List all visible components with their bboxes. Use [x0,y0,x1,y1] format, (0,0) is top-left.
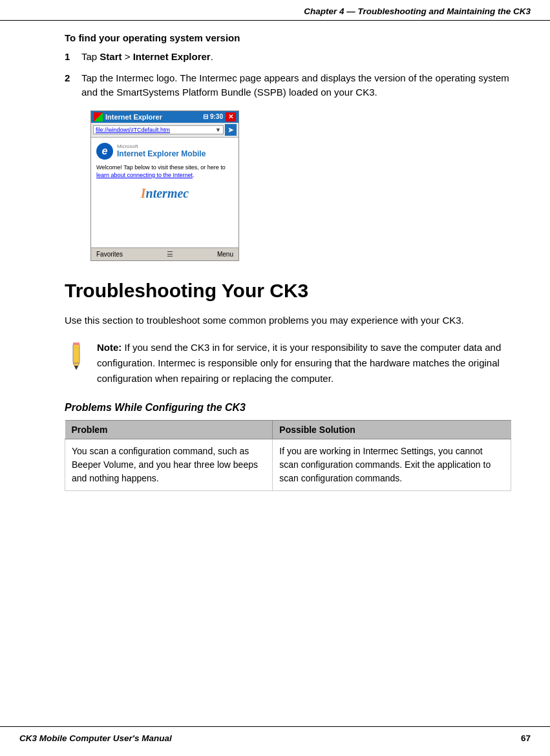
close-button[interactable]: ✕ [226,112,236,121]
chapter-header: Chapter 4 — Troubleshooting and Maintain… [0,0,550,21]
column-solution: Possible Solution [273,420,511,439]
device-screenshot: Internet Explorer ⊟ 9:30 ✕ file://window… [90,110,239,261]
pencil-icon [67,341,85,370]
solution-cell: If you are working in Intermec Settings,… [273,439,511,490]
footer-manual-title: CK3 Mobile Computer User's Manual [19,733,172,743]
table-header-row: Problem Possible Solution [65,420,511,439]
url-text: file://windows\ITCdefault.htm [96,127,170,133]
windows-flag-icon [94,112,103,121]
welcome-text: Welcome! Tap below to visit these sites,… [96,163,233,180]
ie-title: Microsoft Internet Explorer Mobile [117,143,206,158]
favorites-button[interactable]: Favorites [96,251,123,258]
url-input[interactable]: file://windows\ITCdefault.htm ▼ [93,125,224,134]
problem-cell: You scan a configuration command, such a… [65,439,273,490]
titlebar-right: ⊟ 9:30 ✕ [203,112,236,121]
step-1: 1 Tap Start > Internet Explorer. [65,50,511,65]
address-bar: file://windows\ITCdefault.htm ▼ ➤ [91,123,238,138]
steps-list: 1 Tap Start > Internet Explorer. 2 Tap t… [65,50,511,100]
intro-paragraph: Use this section to troubleshoot some co… [65,313,511,328]
menu-button[interactable]: Menu [217,251,233,258]
svg-rect-3 [73,342,79,345]
menu-icon: ☰ [167,250,173,258]
dropdown-arrow[interactable]: ▼ [215,127,221,133]
note-box: Note: If you send the CK3 in for service… [65,340,511,386]
problems-table: Problem Possible Solution You scan a con… [65,420,511,491]
subsection-heading: To find your operating system version [65,32,511,43]
go-button[interactable]: ➤ [225,124,237,136]
status-icons: ⊟ 9:30 [203,113,223,120]
problems-subsection-title: Problems While Configuring the CK3 [65,402,511,414]
screenshot-body: e Microsoft Internet Explorer Mobile Wel… [91,138,238,247]
main-content: To find your operating system version 1 … [0,32,550,491]
ie-logo-icon: e [96,143,113,160]
svg-marker-2 [74,366,78,370]
ie-logo-area: e Microsoft Internet Explorer Mobile [96,143,233,160]
screenshot-footer: Favorites ☰ Menu [91,247,238,260]
step-2: 2 Tap the Intermec logo. The Intermec pa… [65,71,511,100]
learn-link[interactable]: learn about connecting to the Internet [96,172,193,178]
note-content: Note: If you send the CK3 in for service… [97,340,511,386]
table-row: You scan a configuration command, such a… [65,439,511,490]
column-problem: Problem [65,420,273,439]
page-footer: CK3 Mobile Computer User's Manual 67 [0,726,550,750]
chapter-title: Chapter 4 — Troubleshooting and Maintain… [304,6,531,16]
svg-rect-0 [73,344,79,363]
note-label: Note: [97,342,122,353]
titlebar-app-name: Internet Explorer [105,113,162,121]
screenshot-titlebar: Internet Explorer ⊟ 9:30 ✕ [91,111,238,123]
note-icon [65,340,88,372]
page-number: 67 [521,733,531,743]
titlebar-left: Internet Explorer [94,112,162,121]
note-body: If you send the CK3 in for service, it i… [97,342,501,384]
intermec-logo: Intermec [96,186,233,201]
main-section-title: Troubleshooting Your CK3 [65,279,511,302]
